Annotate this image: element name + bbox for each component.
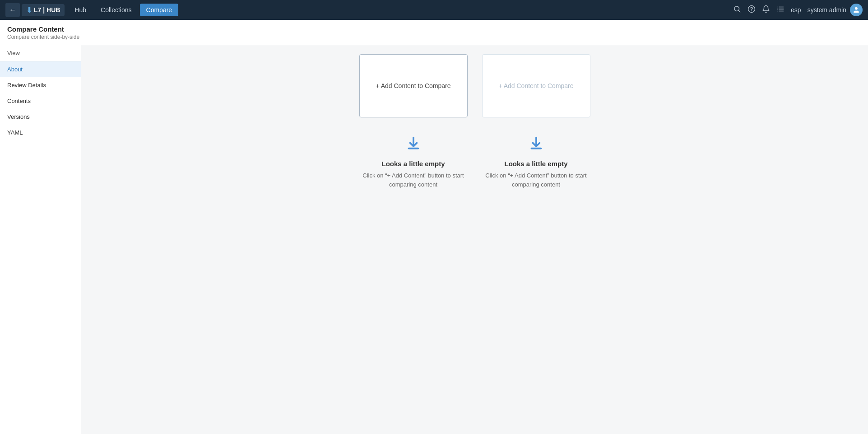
svg-line-1 <box>739 10 740 12</box>
sidebar-item-versions[interactable]: Versions <box>0 109 81 125</box>
compare-panel-1[interactable]: + Add Content to Compare <box>359 54 468 117</box>
logo-text: L7 | HUB <box>34 6 60 14</box>
main-layout: View About Review Details Contents Versi… <box>0 45 868 434</box>
page-header: Compare Content Compare content side-by-… <box>0 20 868 45</box>
page-title: Compare Content <box>7 25 861 33</box>
help-icon[interactable] <box>747 5 756 15</box>
sidebar: View About Review Details Contents Versi… <box>0 45 81 434</box>
back-icon: ← <box>9 6 16 14</box>
nav-tab-collections[interactable]: Collections <box>94 4 138 16</box>
add-content-label-1: + Add Content to Compare <box>376 82 450 89</box>
sidebar-section-view: View <box>0 45 81 61</box>
logo-icon: ⬇ <box>26 6 32 14</box>
nav-icons: esp system admin <box>733 4 863 16</box>
page-subtitle: Compare content side-by-side <box>7 34 861 40</box>
list-icon[interactable] <box>776 5 784 15</box>
avatar <box>850 4 863 16</box>
bell-icon[interactable] <box>762 5 770 15</box>
empty-title-2: Looks a little empty <box>482 160 590 168</box>
compare-panel-2[interactable]: + Add Content to Compare <box>482 54 590 117</box>
empty-states-row: Looks a little empty Click on “+ Add Con… <box>99 135 850 189</box>
empty-state-2: Looks a little empty Click on “+ Add Con… <box>482 135 590 189</box>
empty-title-1: Looks a little empty <box>359 160 468 168</box>
svg-point-10 <box>855 7 857 9</box>
empty-desc-2: Click on “+ Add Content” button to start… <box>482 171 590 189</box>
download-icon-2 <box>482 135 590 154</box>
add-content-label-2: + Add Content to Compare <box>498 82 573 89</box>
sidebar-item-contents[interactable]: Contents <box>0 93 81 109</box>
sidebar-item-yaml[interactable]: YAML <box>0 125 81 140</box>
nav-tab-hub[interactable]: Hub <box>68 4 93 16</box>
username: system admin <box>808 6 846 14</box>
download-icon-1 <box>359 135 468 154</box>
nav-tab-compare[interactable]: Compare <box>140 4 179 16</box>
back-button[interactable]: ← <box>5 3 20 17</box>
compare-panels-row: + Add Content to Compare + Add Content t… <box>99 54 850 117</box>
top-navigation: ← ⬇ L7 | HUB Hub Collections Compare <box>0 0 868 20</box>
sidebar-item-about[interactable]: About <box>0 61 81 77</box>
empty-state-1: Looks a little empty Click on “+ Add Con… <box>359 135 468 189</box>
search-icon[interactable] <box>733 5 741 15</box>
language-selector[interactable]: esp <box>791 6 801 14</box>
content-area: + Add Content to Compare + Add Content t… <box>81 45 868 434</box>
svg-point-0 <box>734 6 739 11</box>
logo-button[interactable]: ⬇ L7 | HUB <box>22 4 65 16</box>
empty-desc-1: Click on “+ Add Content” button to start… <box>359 171 468 189</box>
user-menu[interactable]: system admin <box>808 4 863 16</box>
sidebar-item-review-details[interactable]: Review Details <box>0 77 81 93</box>
